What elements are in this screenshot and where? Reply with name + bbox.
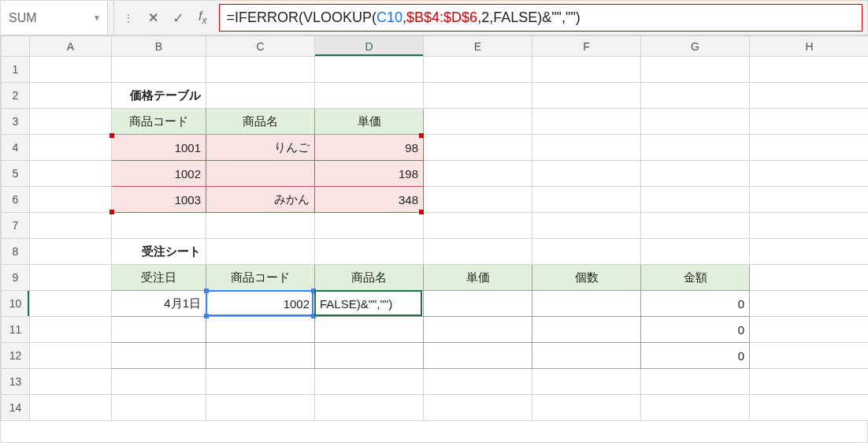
col-header-B[interactable]: B [112, 36, 206, 57]
formula-input[interactable]: =IFERROR(VLOOKUP(C10,$B$4:$D$6,2,FALSE)&… [219, 4, 862, 32]
order-header-date[interactable]: 受注日 [112, 265, 206, 291]
formula-ref-range: $B$4:$D$6 [406, 9, 477, 26]
row-header-8[interactable]: 8 [2, 239, 30, 265]
cell-G11[interactable]: 0 [641, 317, 750, 343]
formula-concat: &"" [542, 9, 562, 26]
formula-bar-buttons: ⋮ ✕ ✓ fx [114, 1, 216, 35]
cell-D5[interactable]: 198 [315, 161, 424, 187]
separator [108, 1, 114, 35]
cell-C12[interactable] [206, 343, 315, 369]
cell-C10[interactable]: 1002 [206, 291, 315, 317]
cell-E11[interactable] [424, 317, 532, 343]
col-header-D[interactable]: D [315, 36, 424, 57]
col-header-C[interactable]: C [206, 36, 315, 57]
range-handle-icon[interactable] [109, 133, 114, 138]
cell-B5[interactable]: 1002 [112, 161, 206, 187]
row-header-3[interactable]: 3 [2, 109, 30, 135]
cell-C6[interactable]: みかん [206, 187, 315, 213]
row-header-9[interactable]: 9 [2, 265, 30, 291]
name-box-value: SUM [9, 11, 37, 25]
row-header-10[interactable]: 10 [2, 291, 30, 317]
formula-fn-iferror: IFERROR [235, 9, 299, 26]
row-header-11[interactable]: 11 [2, 317, 30, 343]
range-handle-icon[interactable] [109, 210, 114, 214]
name-box[interactable]: SUM ▼ [1, 1, 108, 35]
col-header-E[interactable]: E [424, 36, 532, 57]
order-header-name[interactable]: 商品名 [315, 265, 424, 291]
cell-G10[interactable]: 0 [641, 291, 750, 317]
formula-false: FALSE [493, 9, 537, 26]
cell-B6[interactable]: 1003 [112, 187, 206, 213]
cell-C5[interactable] [206, 161, 315, 187]
fx-icon[interactable]: fx [198, 9, 206, 26]
order-header-unit[interactable]: 単価 [424, 265, 532, 291]
cell-D11[interactable] [315, 317, 424, 343]
cell-B12[interactable] [112, 343, 206, 369]
range-handle-icon[interactable] [204, 289, 209, 293]
cell-C4[interactable]: りんご [206, 135, 315, 161]
price-header-name[interactable]: 商品名 [206, 109, 315, 135]
row-header-2[interactable]: 2 [2, 83, 30, 109]
row-header-14[interactable]: 14 [2, 395, 30, 421]
formula-colnum: 2 [481, 9, 489, 26]
col-header-G[interactable]: G [641, 36, 750, 57]
row-header-4[interactable]: 4 [2, 135, 30, 161]
row-header-12[interactable]: 12 [2, 343, 30, 369]
cell-C11[interactable] [206, 317, 315, 343]
range-handle-icon[interactable] [419, 133, 424, 138]
cell-G12[interactable]: 0 [641, 343, 750, 369]
column-header-row: A B C D E F G H [2, 36, 869, 57]
cell-F10[interactable] [532, 291, 641, 317]
range-handle-icon[interactable] [311, 289, 316, 293]
col-header-A[interactable]: A [30, 36, 112, 57]
range-handle-icon[interactable] [419, 210, 424, 214]
range-handle-icon[interactable] [311, 314, 316, 318]
formula-ref-c10: C10 [377, 9, 402, 26]
row-header-7[interactable]: 7 [2, 213, 30, 239]
cell-F12[interactable] [532, 343, 641, 369]
spreadsheet-grid[interactable]: A B C D E F G H 1 2 価格テーブル 3 [1, 35, 867, 421]
sheet-table: A B C D E F G H 1 2 価格テーブル 3 [1, 35, 868, 421]
order-header-amount[interactable]: 金額 [641, 265, 750, 291]
order-header-qty[interactable]: 個数 [532, 265, 641, 291]
cell-D10[interactable]: FALSE)&"","") [315, 291, 424, 317]
price-table-title[interactable]: 価格テーブル [112, 83, 206, 109]
cell-E10[interactable] [424, 291, 532, 317]
col-header-H[interactable]: H [750, 36, 869, 57]
formula-paren: ) [576, 9, 581, 26]
formula-bar: SUM ▼ ⋮ ✕ ✓ fx =IFERROR(VLOOKUP(C10,$B$4… [1, 1, 867, 35]
row-header-5[interactable]: 5 [2, 161, 30, 187]
cell-D4[interactable]: 98 [315, 135, 424, 161]
cell-F11[interactable] [532, 317, 641, 343]
range-handle-icon[interactable] [204, 314, 209, 318]
row-header-1[interactable]: 1 [2, 57, 30, 83]
price-header-code[interactable]: 商品コード [112, 109, 206, 135]
row-header-13[interactable]: 13 [2, 369, 30, 395]
cell-B4[interactable]: 1001 [112, 135, 206, 161]
drag-handle-icon[interactable]: ⋮ [124, 13, 134, 24]
col-header-F[interactable]: F [532, 36, 641, 57]
cell-B11[interactable] [112, 317, 206, 343]
cell-B10[interactable]: 4月1日 [112, 291, 206, 317]
chevron-down-icon[interactable]: ▼ [93, 13, 101, 22]
row-header-6[interactable]: 6 [2, 187, 30, 213]
enter-icon[interactable]: ✓ [172, 9, 184, 27]
cell-E12[interactable] [424, 343, 532, 369]
order-header-code[interactable]: 商品コード [206, 265, 315, 291]
order-sheet-title[interactable]: 受注シート [112, 239, 206, 265]
formula-empty: "" [566, 9, 576, 26]
select-all-corner[interactable] [2, 36, 30, 57]
cancel-icon[interactable]: ✕ [148, 10, 158, 25]
price-header-unit[interactable]: 単価 [315, 109, 424, 135]
formula-fn-vlookup: VLOOKUP [303, 9, 372, 26]
cell-D6[interactable]: 348 [315, 187, 424, 213]
formula-eq: = [226, 9, 235, 26]
cell-D12[interactable] [315, 343, 424, 369]
